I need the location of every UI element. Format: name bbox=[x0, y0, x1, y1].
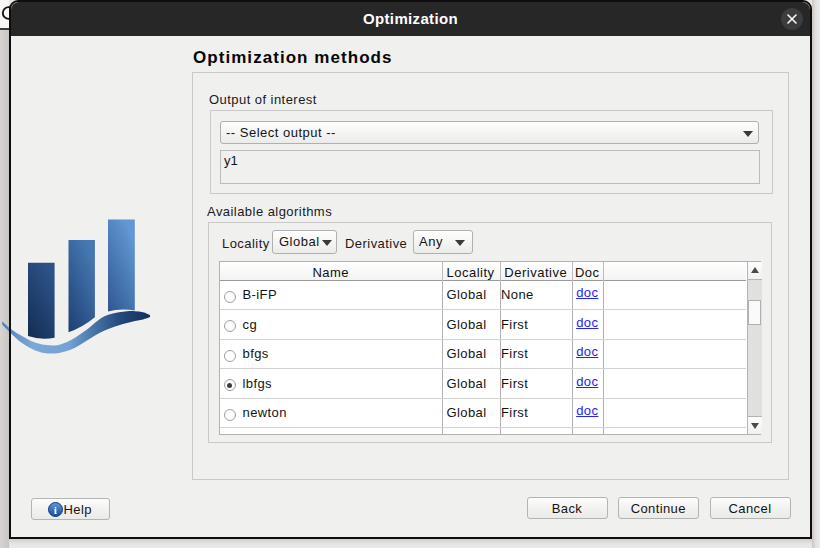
svg-text:i: i bbox=[53, 504, 56, 516]
